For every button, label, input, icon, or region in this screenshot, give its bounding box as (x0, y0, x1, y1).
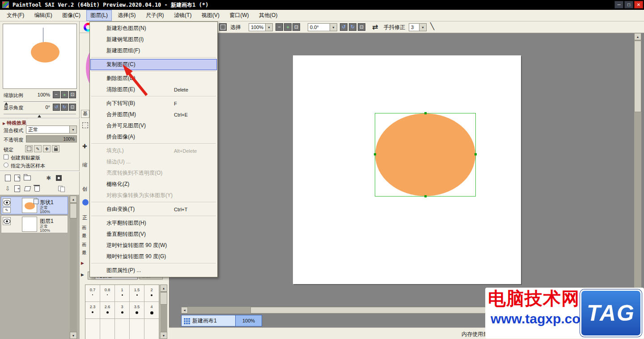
texture-arrow-icon[interactable]: ▶ (81, 272, 84, 277)
menu-item-flip-vertical[interactable]: 垂直翻转图层(V) (90, 229, 217, 240)
brush-size-cell[interactable]: 3.5 (130, 302, 144, 319)
menu-item-new-pen-layer[interactable]: 新建钢笔图层(I) (90, 34, 217, 45)
scrollbar-thumb[interactable] (70, 203, 77, 218)
clear-layer-button[interactable] (22, 184, 32, 193)
menu-layer[interactable]: 图层(L) (86, 10, 112, 21)
rotate-cw-button[interactable]: ↻ (349, 23, 356, 31)
delete-layer-button[interactable] (32, 184, 42, 193)
nav-zoom-reset-button[interactable]: ⊡ (69, 91, 76, 98)
menu-others[interactable]: 其他(O) (255, 10, 281, 21)
canvas-tab[interactable]: 新建画布1 100% (181, 315, 262, 326)
zoom-in-button[interactable]: ＋ (284, 23, 292, 31)
brush-size-cell-empty[interactable] (85, 319, 100, 339)
menu-item-rasterize[interactable]: 栅格化(Z) (90, 179, 217, 190)
close-button[interactable]: ✕ (634, 1, 643, 8)
menu-window[interactable]: 窗口(W) (225, 10, 253, 21)
transfer-down-button[interactable]: ⇩ (3, 184, 13, 193)
layer-visibility-toggle[interactable] (3, 198, 11, 206)
layer-visibility-toggle[interactable] (3, 217, 11, 225)
angle-reset-button[interactable]: ⊡ (358, 23, 365, 31)
menu-edit[interactable]: 编辑(E) (30, 10, 56, 21)
blend-dropdown-arrow-icon[interactable]: ▼ (69, 126, 76, 133)
menu-item-flip-horizontal[interactable]: 水平翻转图层(H) (90, 218, 217, 229)
brush-grid-scrollbar[interactable]: ▲ ▼ (160, 285, 167, 339)
brush-size-cell[interactable]: 2 (144, 285, 159, 302)
blue-tool-icon[interactable] (82, 199, 89, 205)
menu-item-merge-layer[interactable]: 合并图层(M)Ctrl+E (90, 109, 217, 120)
nav-angle-slider-marker[interactable] (38, 115, 41, 117)
layer-row-shape1[interactable]: ✎ 形状1 正常 100% (1, 197, 68, 214)
layer-thumbnail[interactable] (22, 217, 37, 232)
new-layer-button[interactable] (3, 173, 13, 182)
brush-size-cell-empty[interactable] (130, 319, 144, 339)
scrollbar-thumb[interactable] (160, 292, 167, 305)
nav-zoom-slider[interactable] (4, 101, 76, 102)
tab-basic-partial[interactable]: 基 (81, 110, 89, 118)
menu-item-new-color-layer[interactable]: 新建彩色图层(N) (90, 23, 217, 34)
selection-handle-bottom[interactable] (424, 195, 427, 197)
brush-size-cell[interactable]: 0.8 (100, 285, 115, 302)
layer-list-scrollbar[interactable]: ▲ ▼ (70, 196, 77, 339)
angle-dropdown-arrow-icon[interactable]: ▼ (330, 24, 337, 31)
new-layer-group-button[interactable] (22, 173, 32, 182)
brush-size-cell-empty[interactable] (115, 319, 130, 339)
brush-size-cell[interactable]: 1.5 (130, 285, 144, 302)
nav-zoom-in-button[interactable]: ＋ (61, 91, 68, 98)
opacity-slider[interactable]: 100% (26, 135, 77, 142)
layer-row-layer1[interactable]: 图层1 正常 100% (1, 215, 68, 233)
menu-view[interactable]: 视图(V) (198, 10, 224, 21)
brush-size-cell[interactable]: 2.3 (85, 302, 100, 319)
stabilizer-dropdown-arrow-icon[interactable]: ▼ (419, 24, 426, 31)
scroll-up-button[interactable]: ▲ (634, 33, 641, 40)
flip-canvas-icon[interactable]: ⇄ (372, 23, 378, 31)
merge-down-button[interactable]: ＋ (13, 184, 22, 193)
selection-tool-icon[interactable] (82, 122, 88, 128)
canvas-v-scrollbar[interactable]: ▲ ▼ (634, 33, 641, 307)
scroll-down-button[interactable]: ▼ (160, 332, 167, 339)
lock-move-button[interactable]: ✚ (43, 145, 51, 152)
selection-tool-button[interactable] (219, 23, 227, 31)
menu-select[interactable]: 选择(S) (114, 10, 140, 21)
zoom-dropdown[interactable]: 100% ▼ (249, 23, 273, 31)
selection-handle-right[interactable] (475, 153, 477, 155)
navigator-preview[interactable] (3, 24, 77, 89)
menu-image[interactable]: 图像(C) (58, 10, 85, 21)
zoom-reset-button[interactable]: ⊡ (292, 23, 300, 31)
section-arrow-icon[interactable]: ▶ (81, 261, 84, 265)
menu-item-free-transform[interactable]: 自由变换(T)Ctrl+T (90, 204, 217, 215)
lock-selection-button[interactable] (25, 145, 33, 152)
rotate-ccw-button[interactable]: ↺ (340, 23, 347, 31)
nav-rotate-cw-button[interactable]: ↻ (61, 104, 68, 111)
magic-wand-button[interactable]: ✱ (44, 173, 54, 182)
minimize-button[interactable]: ─ (614, 1, 623, 8)
menu-item-rotate-ccw-90[interactable]: 逆时针旋转图层 90 度(W) (90, 240, 217, 251)
lock-paint-button[interactable]: ✎ (34, 145, 42, 152)
menu-ruler[interactable]: 尺子(R) (142, 10, 168, 21)
nav-angle-reset-button[interactable]: ⊡ (69, 104, 76, 111)
selection-sample-radio[interactable] (4, 163, 8, 167)
brush-size-cell[interactable]: 4 (144, 302, 159, 319)
maximize-button[interactable]: □ (624, 1, 633, 8)
menu-item-rotate-cw-90[interactable]: 顺时针旋转图层 90 度(G) (90, 251, 217, 262)
angle-dropdown[interactable]: 0.0° ▼ (308, 23, 337, 31)
menu-item-flatten-image[interactable]: 拼合图像(A) (90, 131, 217, 142)
scrollbar-thumb[interactable] (634, 41, 641, 112)
brush-size-cell[interactable]: 0.7 (85, 285, 100, 302)
scroll-up-button[interactable]: ▲ (160, 285, 167, 292)
snapshot-button[interactable] (54, 173, 64, 182)
nav-rotate-ccw-button[interactable]: ↺ (53, 104, 60, 111)
blend-mode-dropdown[interactable]: 正常 ▼ (26, 126, 77, 134)
menu-file[interactable]: 文件(F) (3, 10, 28, 21)
scroll-up-button[interactable]: ▲ (70, 196, 77, 203)
new-pen-layer-button[interactable]: ✎ (13, 173, 22, 182)
selection-bounds[interactable] (375, 113, 476, 197)
brush-size-cell-empty[interactable] (144, 319, 159, 339)
menu-filter[interactable]: 滤镜(T) (170, 10, 195, 21)
brush-size-cell[interactable]: 2.6 (100, 302, 115, 319)
zoom-dropdown-arrow-icon[interactable]: ▼ (265, 24, 272, 31)
selection-handle-left[interactable] (374, 153, 376, 155)
zoom-out-button[interactable]: − (275, 23, 283, 31)
brush-size-cell-empty[interactable] (100, 319, 115, 339)
scroll-down-button[interactable]: ▼ (70, 332, 77, 339)
selection-handle-top[interactable] (424, 112, 427, 114)
